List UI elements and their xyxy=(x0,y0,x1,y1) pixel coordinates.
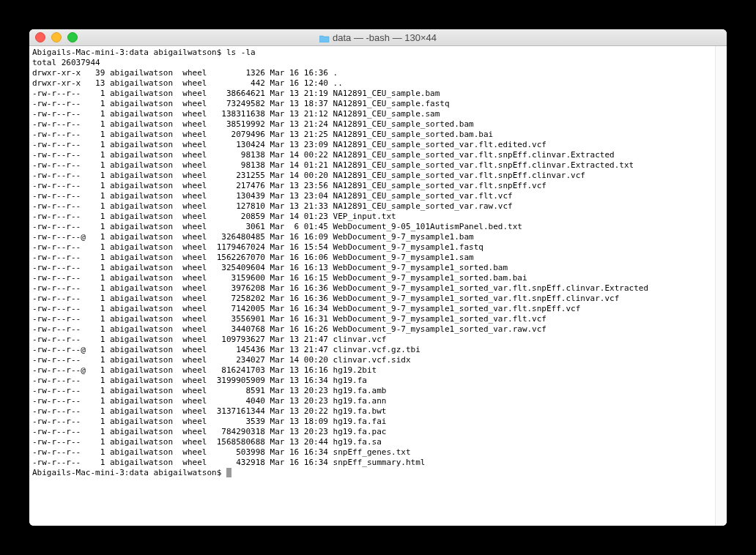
prompt-end: Abigails-Mac-mini-3:data abigailwatson$ xyxy=(32,468,226,477)
traffic-lights xyxy=(29,32,78,42)
window-title: data — -bash — 130×44 xyxy=(29,32,727,43)
window-title-text: data — -bash — 130×44 xyxy=(333,32,437,43)
cursor xyxy=(226,468,231,477)
maximize-button[interactable] xyxy=(67,32,78,42)
terminal-body[interactable]: Abigails-Mac-mini-3:data abigailwatson$ … xyxy=(29,46,727,526)
total-line: total 26037944 xyxy=(32,58,100,67)
close-button[interactable] xyxy=(35,32,45,42)
folder-icon xyxy=(319,34,330,42)
file-listing: drwxr-xr-x 39 abigailwatson wheel 1326 M… xyxy=(32,68,648,467)
titlebar[interactable]: data — -bash — 130×44 xyxy=(29,29,727,46)
scrollbar[interactable] xyxy=(715,46,727,526)
minimize-button[interactable] xyxy=(51,32,62,42)
terminal-window: data — -bash — 130×44 Abigails-Mac-mini-… xyxy=(29,29,727,526)
prompt-line: Abigails-Mac-mini-3:data abigailwatson$ … xyxy=(32,48,256,57)
